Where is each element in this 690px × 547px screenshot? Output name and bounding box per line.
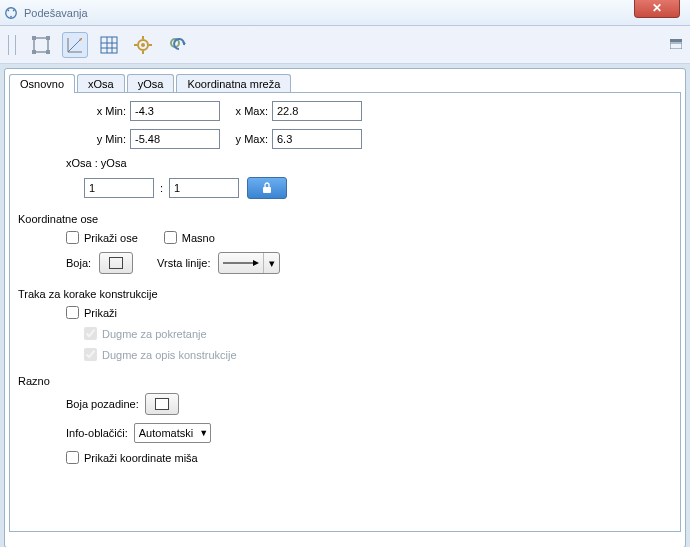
- linetype-label: Vrsta linije:: [157, 257, 210, 269]
- axes-color-label: Boja:: [66, 257, 91, 269]
- toolbar-axes-button[interactable]: [62, 32, 88, 58]
- settings-panel: Osnovno xOsa yOsa Koordinatna mreža x Mi…: [4, 68, 686, 547]
- svg-point-3: [10, 15, 12, 17]
- window-title: Podešavanja: [24, 7, 88, 19]
- ymax-label: y Max:: [220, 133, 268, 145]
- xmax-input[interactable]: [272, 101, 362, 121]
- xmin-input[interactable]: [130, 101, 220, 121]
- ratio-label: xOsa : yOsa: [66, 157, 127, 169]
- tab-bar: Osnovno xOsa yOsa Koordinatna mreža: [9, 73, 681, 92]
- show-construction-checkbox[interactable]: Prikaži: [66, 306, 117, 319]
- construction-play-checkbox: Dugme za pokretanje: [84, 327, 207, 340]
- axes-color-swatch: [109, 257, 123, 269]
- xmax-label: x Max:: [220, 105, 268, 117]
- gear-icon: [133, 35, 153, 55]
- close-button[interactable]: ✕: [634, 0, 680, 18]
- svg-rect-7: [32, 50, 36, 54]
- toolbar-gear-button[interactable]: [130, 32, 156, 58]
- show-axes-checkbox[interactable]: Prikaži ose: [66, 231, 138, 244]
- svg-rect-6: [46, 36, 50, 40]
- ratio-lock-button[interactable]: [247, 177, 287, 199]
- construction-desc-checkbox: Dugme za opis konstrukcije: [84, 348, 237, 361]
- ymin-label: y Min:: [66, 133, 126, 145]
- axes-section-title: Koordinatne ose: [18, 213, 672, 225]
- svg-rect-23: [670, 39, 682, 42]
- svg-rect-8: [46, 50, 50, 54]
- ratio-y-input[interactable]: [169, 178, 239, 198]
- ymax-input[interactable]: [272, 129, 362, 149]
- linetype-preview: [219, 253, 263, 273]
- linetype-dropdown[interactable]: ▾: [218, 252, 280, 274]
- app-icon: [4, 6, 18, 20]
- svg-point-2: [13, 9, 15, 11]
- axes-color-button[interactable]: [99, 252, 133, 274]
- bgcolor-swatch: [155, 398, 169, 410]
- lock-icon: [261, 182, 273, 194]
- svg-rect-4: [34, 38, 48, 52]
- tooltips-value: Automatski: [139, 427, 193, 439]
- dock-button[interactable]: [670, 39, 682, 51]
- svg-marker-27: [253, 260, 259, 266]
- close-icon: ✕: [652, 1, 662, 15]
- construction-section-title: Traka za korake konstrukcije: [18, 288, 672, 300]
- svg-rect-5: [32, 36, 36, 40]
- ratio-x-input[interactable]: [84, 178, 154, 198]
- tab-xaxis[interactable]: xOsa: [77, 74, 125, 93]
- window-titlebar: Podešavanja ✕: [0, 0, 690, 26]
- svg-point-16: [141, 43, 145, 47]
- mouse-coords-checkbox[interactable]: Prikaži koordinate miša: [66, 451, 198, 464]
- chevron-down-icon: ▼: [199, 428, 208, 438]
- dock-icon: [670, 39, 682, 49]
- tab-yaxis[interactable]: yOsa: [127, 74, 175, 93]
- toolbar-refresh-button[interactable]: [164, 32, 190, 58]
- toolbar: [0, 26, 690, 64]
- svg-point-1: [8, 9, 10, 11]
- ratio-sep: :: [160, 182, 163, 194]
- bgcolor-button[interactable]: [145, 393, 179, 415]
- tab-basic[interactable]: Osnovno: [9, 74, 75, 93]
- misc-section-title: Razno: [18, 375, 672, 387]
- axes-icon: [65, 35, 85, 55]
- svg-rect-25: [263, 187, 271, 193]
- tab-body-basic: x Min: x Max: y Min: y Max: xOsa : yOsa …: [9, 92, 681, 532]
- tooltips-label: Info-oblačići:: [66, 427, 128, 439]
- chevron-down-icon: ▾: [263, 253, 279, 273]
- toolbar-grip: [8, 35, 16, 55]
- toolbar-bounds-button[interactable]: [28, 32, 54, 58]
- xmin-label: x Min:: [66, 105, 126, 117]
- tab-grid[interactable]: Koordinatna mreža: [176, 74, 291, 93]
- bold-axes-checkbox[interactable]: Masno: [164, 231, 215, 244]
- ymin-input[interactable]: [130, 129, 220, 149]
- bounds-icon: [31, 35, 51, 55]
- bgcolor-label: Boja pozadine:: [66, 398, 139, 410]
- svg-rect-10: [101, 37, 117, 53]
- toolbar-grid-button[interactable]: [96, 32, 122, 58]
- grid-icon: [99, 35, 119, 55]
- tooltips-dropdown[interactable]: Automatski ▼: [134, 423, 211, 443]
- gear-refresh-icon: [167, 35, 187, 55]
- svg-rect-24: [670, 43, 682, 49]
